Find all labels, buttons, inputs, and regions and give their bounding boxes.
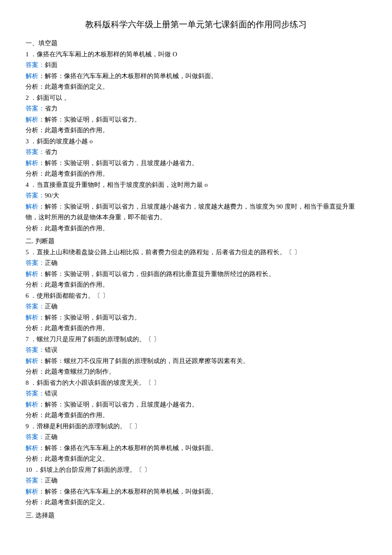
note-text: 分析：此题考查斜面的定义。: [26, 453, 366, 465]
analysis-label: 解析: [26, 270, 38, 277]
note-text: 分析：此题考查斜面的作用。: [26, 169, 366, 180]
note-text: 分析：此题考查斜面的定义。: [26, 497, 366, 508]
analysis-line: 解析：解答：实验证明，斜面可以省力，且坡度越小越省力。: [26, 399, 366, 410]
question-text: 10 ．斜坡上的台阶应用了斜面的原理。〔 〕: [26, 465, 366, 476]
note-text: 分析：此题考查斜面的作用。: [26, 223, 366, 234]
answer-text: 错误: [45, 346, 58, 353]
question-text: 8 ．斜面省力的大小跟该斜面的坡度无关。〔 〕: [26, 378, 366, 389]
question-text: 9 ．滑梯是利用斜面的原理制成的。〔 〕: [26, 421, 366, 432]
answer-text: 正确: [45, 259, 58, 266]
answer-text: 错误: [45, 390, 58, 397]
document-title: 教科版科学六年级上册第一单元第七课斜面的作用同步练习: [26, 17, 366, 32]
answer-line: 答案：正确: [26, 475, 366, 486]
answer-label: 答案：: [26, 433, 45, 440]
question-text: 4 ．当直接垂直提升重物时，相当于坡度度的斜面，这时用力最 o: [26, 180, 366, 191]
analysis-text: ：解答：实验证明，斜面可以省力，且坡度越小越省力。: [38, 401, 198, 408]
answer-line: 答案：正确: [26, 258, 366, 269]
note-text: 分析：此题考查斜面的定义。: [26, 81, 366, 93]
note-text: 分析：此题考查斜面的作用。: [26, 323, 366, 334]
answer-text: 正确: [45, 433, 58, 440]
analysis-line: 解析：解答：像搭在汽车车厢上的木板那样的简单机械，叫做斜面。: [26, 443, 366, 454]
answer-line: 答案：错误: [26, 388, 366, 399]
answer-text: 90/大: [45, 192, 59, 199]
answer-label: 答案：: [26, 105, 45, 112]
analysis-line: 解析：解答：实验证明，斜面可以省力。: [26, 312, 366, 323]
analysis-text: ：解答：实验证明，斜面可以省力。: [38, 116, 141, 123]
analysis-text: ：解答：螺丝刀不仅应用了斜面的原理制成的，而且还跟摩擦等因素有关。: [38, 357, 249, 364]
answer-text: 省力: [45, 148, 58, 155]
answer-text: 斜面: [45, 61, 58, 68]
question-text: 3 ．斜面的坡度越小越 o: [26, 136, 366, 147]
analysis-line: 解析：解答：螺丝刀不仅应用了斜面的原理制成的，而且还跟摩擦等因素有关。: [26, 356, 366, 367]
question-text: 7 ．螺丝刀只是应用了斜面的原理制成的。〔 〕: [26, 334, 366, 345]
analysis-line: 解析：解答：像搭在汽车车厢上的木板那样的简单机械，叫做斜面。: [26, 71, 366, 82]
answer-text: 正确: [45, 303, 58, 310]
analysis-text: ：解答：像搭在汽车车厢上的木板那样的简单机械，叫做斜面。: [38, 73, 217, 79]
answer-label: 答案：: [26, 61, 45, 68]
answer-label: 答案：: [26, 303, 45, 310]
question-text: 2 ．斜面可以 。: [26, 93, 366, 104]
section2-heading: 二. 判断题: [26, 236, 366, 247]
answer-label: 答案：: [26, 148, 45, 155]
analysis-label: 解析: [26, 445, 38, 451]
note-text: 分析：此题考查斜面的作用。: [26, 279, 366, 291]
analysis-label: 解析: [26, 488, 38, 495]
analysis-line: 解析：解答：像搭在汽车车厢上的木板那样的简单机械，叫做斜面。: [26, 486, 366, 497]
answer-label: 答案：: [26, 259, 45, 266]
analysis-label: 解析: [26, 160, 38, 166]
section1-heading: 一、填空题: [26, 38, 366, 49]
answer-line: 答案：错误: [26, 345, 366, 356]
answer-label: 答案：: [26, 390, 45, 397]
note-text: 分析：此题考查斜面的作用。: [26, 410, 366, 421]
analysis-text: ：解答：实验证明，斜面可以省力，且坡度越小越省力，坡度越大越费力，当坡度为 90…: [26, 203, 355, 221]
answer-line: 答案：斜面: [26, 60, 366, 71]
analysis-line: 解析：解答：实验证明，斜面可以省力，且坡度越小越省力。: [26, 158, 366, 169]
answer-label: 答案：: [26, 477, 45, 484]
answer-line: 答案：正确: [26, 432, 366, 443]
analysis-line: 解析：解答：实验证明，斜面可以省力，且坡度越小越省力，坡度越大越费力，当坡度为 …: [26, 201, 366, 223]
section3-heading: 三. 选择题: [26, 510, 366, 521]
analysis-text: ：解答：像搭在汽车车厢上的木板那样的简单机械，叫做斜面。: [38, 488, 217, 495]
analysis-label: 解析: [26, 401, 38, 408]
answer-line: 答案：90/大: [26, 190, 366, 201]
analysis-label: 解析: [26, 357, 38, 364]
answer-line: 答案：省力: [26, 147, 366, 158]
analysis-label: 解析: [26, 203, 38, 210]
note-text: 分析：此题考查斜面的作用。: [26, 125, 366, 136]
analysis-line: 解析：解答：实验证明，斜面可以省力。: [26, 114, 366, 125]
analysis-label: 解析: [26, 116, 38, 123]
answer-line: 答案：正确: [26, 301, 366, 312]
question-text: 6 ．使用斜面都能省力。〔 〕: [26, 291, 366, 302]
analysis-text: ：解答：实验证明，斜面可以省力，且坡度越小越省力。: [38, 160, 198, 166]
analysis-label: 解析: [26, 73, 38, 79]
analysis-line: 解析：解答：实验证明，斜面可以省力，但斜面的路程比垂直提升重物所经过的路程长。: [26, 269, 366, 280]
question-text: 5 ．直接上山和绕着盘旋公路上山相比拟，前者费力但走的路程短，后者省力但走的路程…: [26, 247, 366, 258]
answer-line: 答案：省力: [26, 103, 366, 114]
answer-label: 答案：: [26, 192, 45, 199]
answer-label: 答案：: [26, 346, 45, 353]
analysis-text: ：解答：像搭在汽车车厢上的木板那样的简单机械，叫做斜面。: [38, 445, 217, 451]
answer-text: 省力: [45, 105, 58, 112]
question-text: 1 ．像搭在汽车车厢上的木板那样的简单机械，叫做 O: [26, 49, 366, 60]
analysis-text: ：解答：实验证明，斜面可以省力。: [38, 314, 141, 321]
answer-text: 正确: [45, 477, 58, 484]
analysis-text: ：解答：实验证明，斜面可以省力，但斜面的路程比垂直提升重物所经过的路程长。: [38, 270, 275, 277]
analysis-label: 解析: [26, 314, 38, 321]
note-text: 分析：此题考查螺丝刀的制作。: [26, 366, 366, 378]
